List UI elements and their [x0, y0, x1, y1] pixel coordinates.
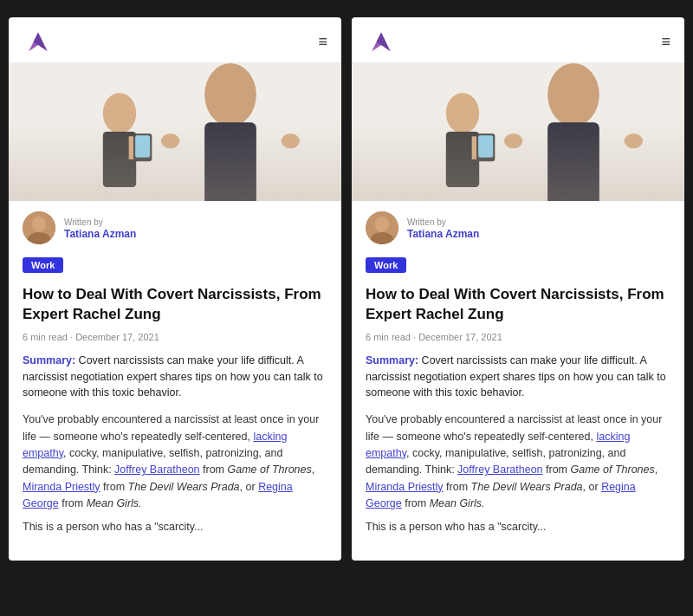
avatar-left [23, 211, 55, 244]
svg-rect-18 [472, 136, 480, 159]
svg-rect-11 [9, 62, 341, 201]
svg-rect-4 [129, 136, 137, 159]
svg-rect-25 [352, 62, 684, 201]
author-info-right: Written by Tatiana Azman [407, 217, 479, 240]
link-lacking-empathy-left[interactable]: lacking empathy [23, 431, 287, 459]
avatar-right [366, 211, 398, 244]
summary-label-left: Summary: [23, 354, 75, 366]
author-name-right[interactable]: Tatiana Azman [407, 228, 479, 240]
author-name-left[interactable]: Tatiana Azman [64, 228, 136, 240]
svg-rect-6 [135, 135, 150, 158]
article-meta-left: Written by Tatiana Azman [9, 201, 341, 251]
panel-left: ≡ [9, 17, 341, 561]
svg-rect-3 [103, 132, 136, 187]
written-by-label-left: Written by [64, 217, 136, 228]
link-joffrey-right[interactable]: Joffrey Baratheon [457, 464, 542, 476]
svg-rect-5 [133, 133, 152, 161]
author-info-left: Written by Tatiana Azman [64, 217, 136, 240]
svg-rect-19 [476, 133, 495, 161]
article-date-right: 6 min read · December 17, 2021 [352, 328, 684, 349]
body-para-1-right: You've probably encountered a narcissist… [366, 412, 670, 512]
article-meta-right: Written by Tatiana Azman [352, 201, 684, 251]
body-para-2-left: This is a person who has a "scarcity... [23, 519, 327, 535]
link-miranda-left[interactable]: Miranda Priestly [23, 481, 100, 493]
svg-rect-17 [446, 132, 479, 187]
svg-point-23 [504, 133, 522, 148]
menu-icon-right[interactable]: ≡ [661, 34, 670, 49]
hero-image-right [352, 62, 684, 201]
logo-left[interactable] [23, 29, 54, 54]
article-summary-right: Summary: Covert narcissists can make you… [352, 349, 684, 408]
link-joffrey-left[interactable]: Joffrey Baratheon [114, 464, 199, 476]
article-body-left: You've probably encountered a narcissist… [9, 408, 341, 547]
svg-point-10 [282, 133, 300, 148]
panel-right: ≡ [352, 17, 684, 561]
tag-badge-left[interactable]: Work [23, 257, 63, 273]
link-miranda-right[interactable]: Miranda Priestly [366, 481, 444, 493]
tag-badge-right[interactable]: Work [366, 257, 406, 273]
body-para-1-left: You've probably encountered a narcissist… [23, 412, 327, 512]
svg-rect-22 [547, 122, 599, 201]
article-body-right: You've probably encountered a narcissist… [352, 408, 684, 547]
svg-point-9 [161, 133, 179, 148]
svg-rect-20 [478, 135, 493, 158]
article-summary-left: Summary: Covert narcissists can make you… [9, 349, 341, 408]
svg-rect-8 [204, 122, 256, 201]
svg-point-13 [32, 217, 46, 232]
body-para-2-right: This is a person who has a "scarcity... [366, 519, 670, 535]
article-date-left: 6 min read · December 17, 2021 [9, 328, 341, 349]
svg-point-27 [375, 217, 389, 232]
hero-image-left [9, 62, 341, 201]
tag-area-left: Work [9, 251, 341, 278]
link-lacking-empathy-right[interactable]: lacking empathy [366, 431, 630, 459]
svg-point-24 [625, 133, 643, 148]
logo-right[interactable] [366, 29, 397, 54]
panels-container: ≡ [9, 17, 684, 561]
menu-icon-left[interactable]: ≡ [318, 34, 327, 49]
article-title-right: How to Deal With Covert Narcissists, Fro… [352, 278, 684, 328]
written-by-label-right: Written by [407, 217, 479, 228]
summary-label-right: Summary: [366, 354, 418, 366]
article-title-left: How to Deal With Covert Narcissists, Fro… [9, 278, 341, 328]
header-left: ≡ [9, 17, 341, 62]
tag-area-right: Work [352, 251, 684, 278]
header-right: ≡ [352, 17, 684, 62]
